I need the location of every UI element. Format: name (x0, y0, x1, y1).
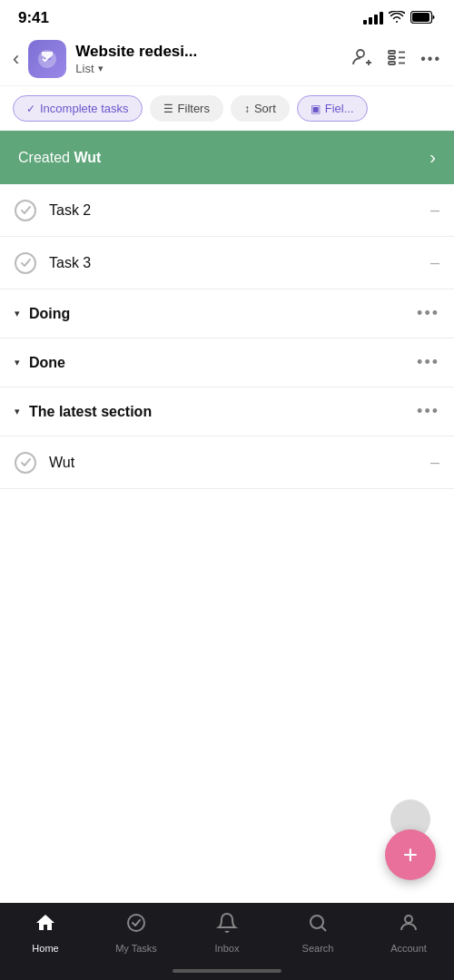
svg-point-10 (128, 915, 144, 931)
task-options-wut[interactable]: – (430, 453, 439, 472)
nav-mytasks[interactable]: My Tasks (91, 912, 182, 954)
task-options-task2[interactable]: – (430, 201, 439, 220)
back-button[interactable]: ‹ (13, 47, 19, 71)
nav-inbox-label: Inbox (215, 943, 240, 954)
project-title: Website redesi... (75, 43, 351, 61)
svg-point-13 (405, 916, 412, 923)
task-list: Task 2 – Task 3 – ▾ Doing ••• ▾ Done •••… (0, 184, 454, 489)
inbox-icon (216, 912, 238, 939)
fields-button[interactable]: ▣ Fiel... (297, 95, 368, 122)
section-more-latest[interactable]: ••• (417, 402, 439, 421)
search-icon (307, 912, 329, 939)
nav-home-label: Home (32, 943, 58, 954)
account-icon (398, 912, 419, 939)
nav-account-label: Account (390, 943, 427, 954)
header-actions: ••• (351, 46, 441, 73)
header-title-group: Website redesi... List ▾ (75, 43, 351, 75)
filter-bar: ✓ Incomplete tasks ☰ Filters ↕ Sort ▣ Fi… (0, 86, 454, 131)
nav-home[interactable]: Home (0, 912, 91, 954)
section-name-done: Done (29, 355, 417, 371)
nav-mytasks-label: My Tasks (115, 943, 157, 954)
section-name-latest: The latest section (29, 404, 417, 420)
status-time: 9:41 (18, 9, 49, 27)
svg-rect-1 (412, 13, 429, 22)
svg-point-11 (311, 916, 323, 928)
task-check-task3[interactable] (15, 252, 36, 274)
status-icons (363, 11, 436, 26)
sort-icon: ↕ (244, 103, 250, 115)
nav-search-label: Search (302, 943, 334, 954)
incomplete-tasks-filter[interactable]: ✓ Incomplete tasks (13, 95, 143, 122)
task-name-wut: Wut (49, 455, 430, 471)
collapse-done-icon[interactable]: ▾ (15, 357, 20, 368)
created-banner-text: Created Wut (18, 150, 101, 166)
nav-search[interactable]: Search (272, 912, 363, 954)
svg-rect-4 (389, 51, 395, 54)
add-person-button[interactable] (351, 46, 373, 73)
svg-point-3 (357, 50, 364, 57)
home-bar (173, 969, 281, 973)
task-name-task2: Task 2 (49, 202, 430, 219)
collapse-latest-icon[interactable]: ▾ (15, 406, 20, 417)
chevron-down-icon: ▾ (98, 63, 104, 74)
status-bar: 9:41 (0, 0, 454, 33)
app-icon (28, 40, 66, 78)
table-row: Wut – (0, 436, 454, 489)
banner-arrow-icon: › (429, 147, 436, 168)
home-icon (35, 912, 56, 939)
section-header-latest: ▾ The latest section ••• (0, 387, 454, 436)
nav-account[interactable]: Account (363, 912, 454, 954)
my-tasks-icon (125, 912, 147, 939)
task-options-task3[interactable]: – (430, 253, 439, 272)
section-header-doing: ▾ Doing ••• (0, 289, 454, 338)
section-name-doing: Doing (29, 306, 417, 322)
wifi-icon (389, 11, 405, 26)
sort-button[interactable]: ↕ Sort (231, 95, 290, 122)
task-name-task3: Task 3 (49, 255, 430, 271)
section-header-done: ▾ Done ••• (0, 338, 454, 387)
signal-bars-icon (363, 12, 383, 24)
section-more-done[interactable]: ••• (417, 353, 439, 372)
svg-rect-5 (389, 56, 395, 59)
svg-rect-6 (389, 62, 395, 64)
filter-icon: ☰ (163, 103, 173, 115)
view-type-selector[interactable]: List ▾ (75, 62, 351, 75)
collapse-doing-icon[interactable]: ▾ (15, 308, 20, 319)
view-options-button[interactable] (386, 46, 408, 73)
table-row: Task 2 – (0, 184, 454, 237)
created-banner[interactable]: Created Wut › (0, 131, 454, 184)
more-options-button[interactable]: ••• (420, 51, 441, 67)
task-check-task2[interactable] (15, 200, 36, 221)
fields-icon: ▣ (311, 103, 321, 115)
filters-button[interactable]: ☰ Filters (150, 95, 223, 122)
battery-icon (410, 11, 436, 26)
task-check-wut[interactable] (15, 452, 36, 474)
svg-line-12 (322, 927, 327, 932)
table-row: Task 3 – (0, 237, 454, 289)
add-task-button[interactable]: + (385, 829, 436, 880)
nav-inbox[interactable]: Inbox (182, 912, 272, 954)
header: ‹ Website redesi... List ▾ (0, 33, 454, 86)
check-circle-icon: ✓ (26, 103, 35, 115)
section-more-doing[interactable]: ••• (417, 304, 439, 323)
